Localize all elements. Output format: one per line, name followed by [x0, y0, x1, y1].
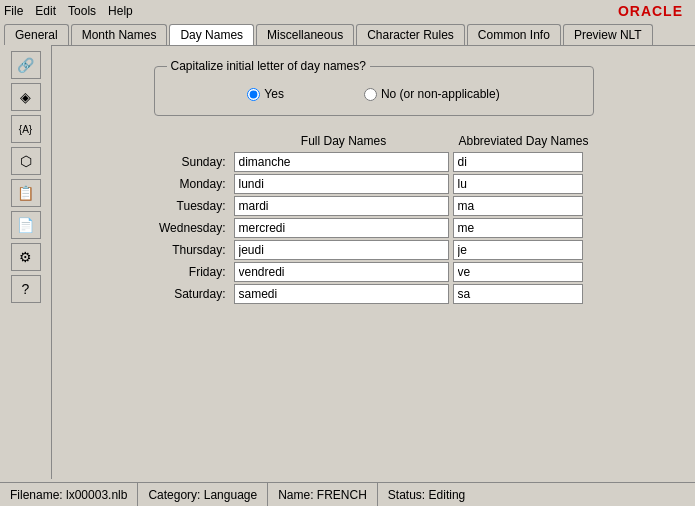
day-full-input[interactable]: [234, 240, 449, 260]
abbr-day-names-header: Abbreviated Day Names: [454, 134, 594, 148]
sidebar-link-btn[interactable]: 🔗: [11, 51, 41, 79]
menu-edit[interactable]: Edit: [35, 4, 56, 18]
menu-help[interactable]: Help: [108, 4, 133, 18]
content-panel: Capitalize initial letter of day names? …: [52, 45, 695, 479]
sidebar-list-btn[interactable]: ⬡: [11, 147, 41, 175]
status-category: Category: Language: [138, 483, 268, 506]
radio-yes-label[interactable]: Yes: [247, 87, 284, 101]
tab-character-rules[interactable]: Character Rules: [356, 24, 465, 45]
radio-yes-text: Yes: [264, 87, 284, 101]
day-abbr-input[interactable]: [453, 240, 583, 260]
sidebar-help-btn[interactable]: ?: [11, 275, 41, 303]
table-row: Thursday:: [144, 240, 604, 260]
cursor-icon: ◈: [20, 89, 31, 105]
day-abbr-input[interactable]: [453, 152, 583, 172]
oracle-logo: ORACLE: [618, 3, 683, 19]
sidebar: 🔗 ◈ {A} ⬡ 📋 📄 ⚙ ?: [0, 45, 52, 479]
gear-icon: ⚙: [19, 249, 32, 265]
radio-group: Yes No (or non-applicable): [175, 87, 573, 101]
tab-common-info[interactable]: Common Info: [467, 24, 561, 45]
table-row: Tuesday:: [144, 196, 604, 216]
day-full-input[interactable]: [234, 218, 449, 238]
table-row: Sunday:: [144, 152, 604, 172]
menu-file[interactable]: File: [4, 4, 23, 18]
status-editing: Status: Editing: [378, 483, 695, 506]
sidebar-variable-btn[interactable]: {A}: [11, 115, 41, 143]
day-full-input[interactable]: [234, 174, 449, 194]
day-full-input[interactable]: [234, 284, 449, 304]
day-abbr-input[interactable]: [453, 174, 583, 194]
day-table-headers: Full Day Names Abbreviated Day Names: [234, 134, 604, 148]
statusbar: Filename: lx00003.nlb Category: Language…: [0, 482, 695, 506]
help-icon: ?: [22, 281, 30, 297]
sidebar-document-btn[interactable]: 📄: [11, 211, 41, 239]
day-label: Friday:: [144, 265, 234, 279]
clipboard-icon: 📋: [17, 185, 34, 201]
tab-preview-nlt[interactable]: Preview NLT: [563, 24, 653, 45]
day-abbr-input[interactable]: [453, 284, 583, 304]
main-area: 🔗 ◈ {A} ⬡ 📋 📄 ⚙ ? Capitalize initial let…: [0, 45, 695, 479]
tab-general[interactable]: General: [4, 24, 69, 45]
status-filename: Filename: lx00003.nlb: [0, 483, 138, 506]
day-names-table: Full Day Names Abbreviated Day Names Sun…: [144, 134, 604, 304]
day-abbr-input[interactable]: [453, 196, 583, 216]
day-label: Thursday:: [144, 243, 234, 257]
day-full-input[interactable]: [234, 196, 449, 216]
day-label: Wednesday:: [144, 221, 234, 235]
radio-no[interactable]: [364, 88, 377, 101]
tab-miscellaneous[interactable]: Miscellaneous: [256, 24, 354, 45]
radio-no-text: No (or non-applicable): [381, 87, 500, 101]
sidebar-select-btn[interactable]: ◈: [11, 83, 41, 111]
day-abbr-input[interactable]: [453, 218, 583, 238]
day-label: Sunday:: [144, 155, 234, 169]
tab-day-names[interactable]: Day Names: [169, 24, 254, 45]
table-row: Saturday:: [144, 284, 604, 304]
tabbar: General Month Names Day Names Miscellane…: [0, 22, 695, 45]
tab-month-names[interactable]: Month Names: [71, 24, 168, 45]
radio-yes[interactable]: [247, 88, 260, 101]
link-icon: 🔗: [17, 57, 34, 73]
list-icon: ⬡: [20, 153, 32, 169]
capitalize-legend: Capitalize initial letter of day names?: [167, 59, 370, 73]
day-rows-container: Sunday:Monday:Tuesday:Wednesday:Thursday…: [144, 152, 604, 304]
day-label: Monday:: [144, 177, 234, 191]
day-full-input[interactable]: [234, 152, 449, 172]
status-name: Name: FRENCH: [268, 483, 378, 506]
sidebar-clipboard-btn[interactable]: 📋: [11, 179, 41, 207]
day-abbr-input[interactable]: [453, 262, 583, 282]
day-full-input[interactable]: [234, 262, 449, 282]
table-row: Wednesday:: [144, 218, 604, 238]
day-label: Tuesday:: [144, 199, 234, 213]
table-row: Friday:: [144, 262, 604, 282]
day-label: Saturday:: [144, 287, 234, 301]
full-day-names-header: Full Day Names: [234, 134, 454, 148]
menubar: File Edit Tools Help ORACLE: [0, 0, 695, 22]
document-icon: 📄: [17, 217, 34, 233]
menu-tools[interactable]: Tools: [68, 4, 96, 18]
sidebar-gear-btn[interactable]: ⚙: [11, 243, 41, 271]
capitalize-box: Capitalize initial letter of day names? …: [154, 66, 594, 116]
variable-icon: {A}: [19, 124, 32, 135]
table-row: Monday:: [144, 174, 604, 194]
radio-no-label[interactable]: No (or non-applicable): [364, 87, 500, 101]
menubar-items: File Edit Tools Help: [4, 4, 133, 18]
